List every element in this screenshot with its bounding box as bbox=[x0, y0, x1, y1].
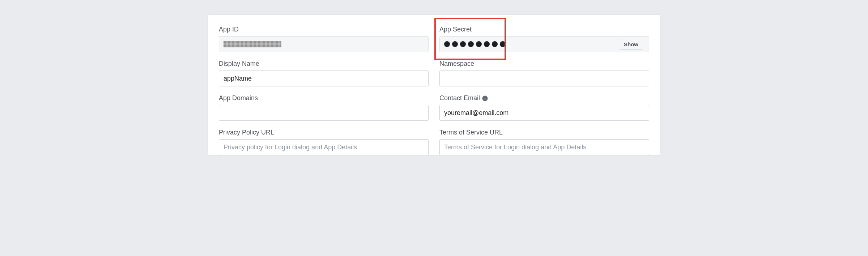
tos-url-label: Terms of Service URL bbox=[439, 129, 649, 136]
display-name-input[interactable] bbox=[219, 71, 429, 86]
contact-email-field: Contact Email bbox=[439, 94, 649, 121]
secret-dot-icon bbox=[444, 41, 450, 47]
tos-url-field: Terms of Service URL bbox=[439, 129, 649, 155]
secret-dots-icon bbox=[444, 41, 506, 47]
app-id-label: App ID bbox=[219, 26, 429, 33]
contact-email-label: Contact Email bbox=[439, 94, 649, 102]
info-icon bbox=[482, 95, 488, 101]
privacy-url-input[interactable] bbox=[219, 139, 429, 155]
show-secret-button[interactable]: Show bbox=[620, 39, 642, 50]
tos-url-input[interactable] bbox=[439, 139, 649, 155]
contact-email-input[interactable] bbox=[439, 105, 649, 121]
secret-dot-icon bbox=[452, 41, 458, 47]
settings-card: App ID App Secret Show Display Name Name… bbox=[208, 14, 660, 155]
app-domains-field: App Domains bbox=[219, 94, 429, 121]
app-id-value-box bbox=[219, 36, 429, 52]
namespace-input[interactable] bbox=[439, 71, 649, 86]
display-name-field: Display Name bbox=[219, 60, 429, 86]
svg-point-2 bbox=[485, 97, 485, 97]
app-id-redacted-icon bbox=[224, 41, 281, 47]
display-name-label: Display Name bbox=[219, 60, 429, 68]
svg-rect-1 bbox=[485, 98, 485, 99]
secret-dot-icon bbox=[484, 41, 490, 47]
app-secret-masked bbox=[444, 41, 617, 47]
secret-dot-icon bbox=[492, 41, 498, 47]
contact-email-label-text: Contact Email bbox=[439, 94, 480, 102]
app-domains-input[interactable] bbox=[219, 105, 429, 121]
app-secret-field: App Secret Show bbox=[439, 26, 649, 52]
secret-dot-icon bbox=[476, 41, 482, 47]
app-secret-value-box: Show bbox=[439, 36, 649, 52]
app-secret-label: App Secret bbox=[439, 26, 649, 33]
privacy-url-label: Privacy Policy URL bbox=[219, 129, 429, 136]
privacy-url-field: Privacy Policy URL bbox=[219, 129, 429, 155]
app-domains-label: App Domains bbox=[219, 94, 429, 102]
secret-dot-icon bbox=[500, 41, 506, 47]
secret-dot-icon bbox=[460, 41, 466, 47]
namespace-field: Namespace bbox=[439, 60, 649, 86]
secret-dot-icon bbox=[468, 41, 474, 47]
settings-grid: App ID App Secret Show Display Name Name… bbox=[219, 26, 649, 155]
app-id-field: App ID bbox=[219, 26, 429, 52]
namespace-label: Namespace bbox=[439, 60, 649, 68]
